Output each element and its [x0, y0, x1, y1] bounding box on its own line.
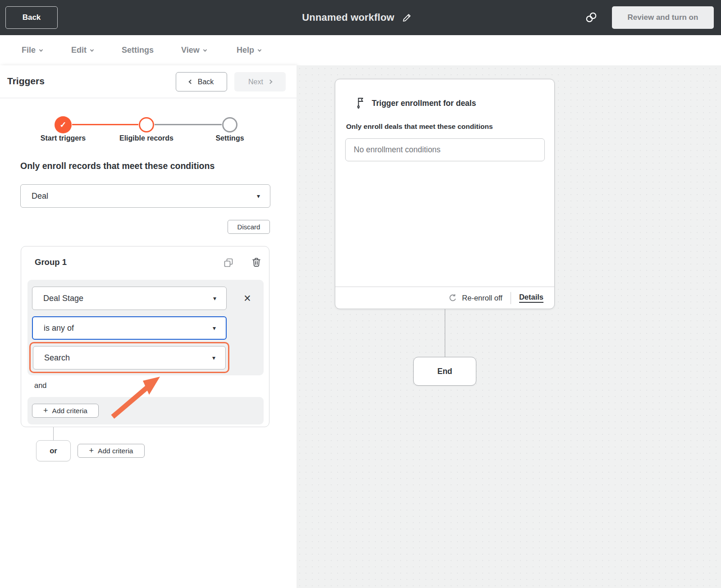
- top-bar: Back Unnamed workflow Review and turn on: [0, 0, 721, 35]
- panel-title: Triggers: [7, 76, 45, 87]
- details-link[interactable]: Details: [519, 293, 543, 303]
- workflow-title: Unnamed workflow: [302, 12, 394, 23]
- step-start-triggers-label: Start triggers: [27, 134, 99, 142]
- reenroll-refresh-icon: [448, 293, 457, 303]
- menu-settings[interactable]: Settings: [122, 35, 154, 65]
- trigger-card-title: Trigger enrollment for deals: [372, 99, 476, 108]
- add-or-criteria-button[interactable]: + Add criteria: [78, 444, 145, 458]
- clone-group-icon[interactable]: [223, 257, 234, 268]
- stepper-connector-upcoming: [155, 124, 222, 125]
- chevron-down-icon: [203, 48, 206, 51]
- caret-down-icon: ▾: [213, 295, 216, 302]
- property-select-value: Deal Stage: [43, 294, 83, 303]
- caret-down-icon: ▾: [257, 192, 260, 200]
- enrollment-conditions-placeholder: No enrollment conditions: [354, 145, 441, 155]
- step-eligible-records-circle[interactable]: [139, 117, 154, 132]
- menu-help[interactable]: Help: [237, 35, 261, 65]
- remove-criteria-icon[interactable]: ×: [241, 288, 254, 308]
- menu-edit[interactable]: Edit: [71, 35, 93, 65]
- step-start-triggers-circle[interactable]: ✓: [55, 116, 72, 133]
- panel-next-button[interactable]: Next: [234, 72, 286, 91]
- panel-header: Triggers Back Next: [0, 65, 297, 98]
- add-criteria-label: Add criteria: [52, 407, 87, 415]
- chevron-down-icon: [90, 48, 94, 51]
- topbar-right-group: Review and turn on: [584, 0, 714, 35]
- step-eligible-records-label: Eligible records: [110, 134, 183, 142]
- property-select[interactable]: Deal Stage ▾: [32, 287, 227, 310]
- panel-back-label: Back: [198, 78, 214, 86]
- or-label: or: [50, 447, 57, 455]
- menu-help-label: Help: [237, 46, 254, 55]
- add-or-criteria-label: Add criteria: [98, 447, 133, 455]
- menu-edit-label: Edit: [71, 46, 87, 55]
- trigger-card-subtitle: Only enroll deals that meet these condit…: [346, 123, 493, 131]
- flag-icon: [353, 96, 366, 110]
- workflow-canvas: Trigger enrollment for deals Only enroll…: [297, 65, 721, 588]
- reenroll-label: Re-enroll off: [462, 294, 502, 302]
- canvas-connector-line: [445, 309, 445, 357]
- chevron-down-icon: [39, 48, 43, 51]
- link-icon[interactable]: [584, 10, 598, 25]
- step-settings-circle[interactable]: [222, 117, 237, 132]
- menu-view-label: View: [181, 46, 200, 55]
- menu-view[interactable]: View: [181, 35, 206, 65]
- menu-settings-label: Settings: [122, 46, 154, 55]
- value-search-select[interactable]: Search ▾: [33, 346, 226, 369]
- menu-file-label: File: [22, 46, 36, 55]
- trigger-card-footer: Re-enroll off Details: [335, 287, 554, 309]
- plus-icon: +: [43, 406, 48, 415]
- check-icon: ✓: [59, 120, 66, 130]
- chevron-left-icon: [188, 80, 193, 84]
- back-button[interactable]: Back: [5, 6, 58, 29]
- review-and-turn-on-button[interactable]: Review and turn on: [612, 6, 714, 29]
- object-type-select-value: Deal: [32, 191, 48, 201]
- operator-select[interactable]: is any of ▾: [32, 316, 227, 340]
- add-criteria-button[interactable]: + Add criteria: [32, 404, 99, 418]
- caret-down-icon: ▾: [213, 324, 216, 332]
- panel-back-button[interactable]: Back: [176, 72, 227, 91]
- chevron-right-icon: [268, 80, 273, 84]
- discard-button[interactable]: Discard: [228, 220, 270, 234]
- stepper-connector-complete: [72, 124, 138, 125]
- object-type-select[interactable]: Deal ▾: [20, 184, 270, 208]
- footer-divider: [511, 292, 511, 304]
- chevron-down-icon: [258, 48, 261, 51]
- triggers-panel: Triggers Back Next ✓ Start triggers Elig…: [0, 65, 297, 588]
- operator-select-value: is any of: [44, 324, 74, 333]
- and-label: and: [34, 381, 47, 390]
- workflow-title-group: Unnamed workflow: [302, 0, 412, 35]
- trigger-enrollment-card[interactable]: Trigger enrollment for deals Only enroll…: [335, 79, 555, 309]
- group-title: Group 1: [35, 257, 67, 267]
- enrollment-conditions-box: No enrollment conditions: [345, 138, 545, 161]
- menu-bar: File Edit Settings View Help: [0, 35, 721, 65]
- step-settings-label: Settings: [194, 134, 266, 142]
- end-node-label: End: [437, 367, 452, 376]
- plus-icon: +: [89, 447, 94, 455]
- group-connector-line: [53, 427, 54, 440]
- panel-next-label: Next: [248, 78, 263, 86]
- menu-file[interactable]: File: [22, 35, 42, 65]
- reenroll-toggle[interactable]: Re-enroll off: [448, 293, 502, 303]
- delete-group-icon[interactable]: [251, 257, 262, 268]
- end-node[interactable]: End: [413, 357, 476, 386]
- value-search-select-value: Search: [44, 353, 70, 363]
- or-label-box: or: [36, 440, 71, 461]
- caret-down-icon: ▾: [212, 354, 215, 361]
- conditions-heading: Only enroll records that meet these cond…: [20, 161, 264, 171]
- trigger-card-title-row: Trigger enrollment for deals: [353, 96, 476, 110]
- filter-group-card: Group 1 Deal Stage ▾ × is any of ▾: [21, 246, 269, 427]
- edit-pencil-icon[interactable]: [402, 12, 412, 23]
